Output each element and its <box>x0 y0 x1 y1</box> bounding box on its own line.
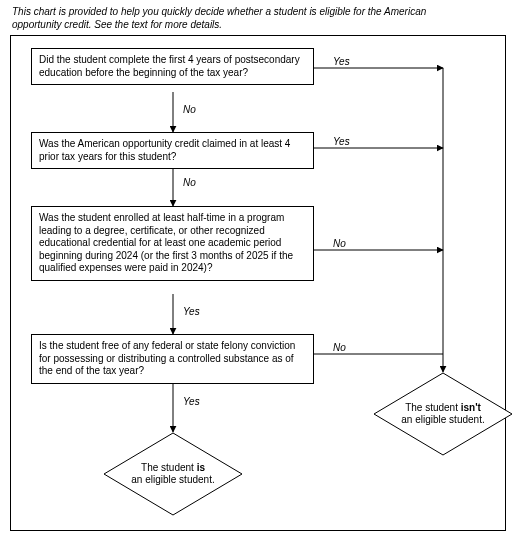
q1-yes-label: Yes <box>331 56 352 67</box>
q2-yes-label: Yes <box>331 136 352 147</box>
flowchart-frame: Did the student complete the first 4 yea… <box>10 35 506 531</box>
question-2: Was the American opportunity credit clai… <box>31 132 314 169</box>
question-3: Was the student enrolled at least half-t… <box>31 206 314 281</box>
question-4: Is the student free of any federal or st… <box>31 334 314 384</box>
q1-no-label: No <box>181 104 198 115</box>
result-isnt-diamond: The student isn't an eligible student. <box>373 372 513 456</box>
intro-text: This chart is provided to help you quick… <box>12 6 472 31</box>
flow-lines <box>11 36 507 532</box>
result-isnt-text: The student isn't an eligible student. <box>401 402 484 427</box>
q4-yes-label: Yes <box>181 396 202 407</box>
q4-no-label: No <box>331 342 348 353</box>
result-is-diamond: The student is an eligible student. <box>103 432 243 516</box>
page: This chart is provided to help you quick… <box>0 0 517 533</box>
q3-yes-label: Yes <box>181 306 202 317</box>
result-is-text: The student is an eligible student. <box>131 462 214 487</box>
question-1: Did the student complete the first 4 yea… <box>31 48 314 85</box>
q2-no-label: No <box>181 177 198 188</box>
q3-no-label: No <box>331 238 348 249</box>
